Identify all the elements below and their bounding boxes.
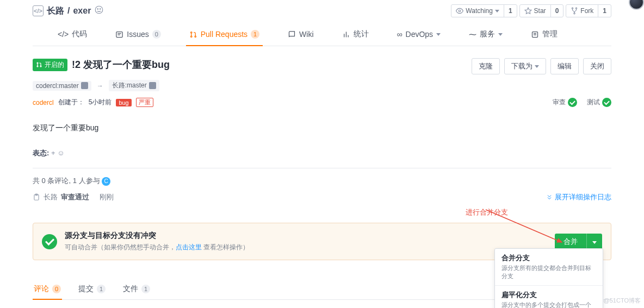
shield-icon: [149, 82, 156, 89]
download-button[interactable]: 下载为: [504, 58, 546, 74]
review-log-line: 长路 审查通过 刚刚 展开详细操作日志: [33, 192, 611, 202]
subtab-comments[interactable]: 评论0: [33, 280, 62, 299]
star-count: 0: [550, 5, 564, 17]
pr-description: 发现了一个重要bug: [33, 123, 611, 133]
pr-icon: [36, 61, 42, 68]
svg-marker-4: [525, 8, 531, 14]
repo-icon: </>: [33, 5, 44, 16]
created-label: 创建于：: [58, 98, 84, 107]
branch-compare: codercl:master → 长路:master: [33, 80, 611, 91]
svg-point-22: [40, 66, 41, 67]
eye-icon: [456, 7, 463, 15]
emoji-row: 表态: + ☺: [33, 148, 611, 158]
created-time: 5小时前: [89, 98, 112, 107]
stats-icon: [342, 30, 350, 39]
severity-label: 严重: [136, 98, 153, 107]
svg-point-6: [576, 8, 577, 9]
clone-button[interactable]: 克隆: [472, 58, 500, 74]
tab-wiki[interactable]: Wiki: [284, 25, 317, 46]
fork-button[interactable]: Fork 1: [566, 4, 611, 17]
merge-option-squash[interactable]: 扁平化分支 源分支中的多个提交会打包成一个提交合并到目标分支: [495, 286, 603, 308]
svg-point-21: [37, 66, 38, 67]
repo-owner[interactable]: 长路: [47, 5, 64, 17]
tab-devops[interactable]: ∞DevOps: [394, 25, 444, 46]
svg-point-5: [572, 8, 573, 9]
merge-button[interactable]: 合并: [555, 234, 586, 250]
pr-author[interactable]: codercl: [33, 99, 54, 106]
tab-issues[interactable]: Issues0: [112, 25, 164, 46]
tab-code[interactable]: </>代码: [54, 25, 90, 46]
check-circle-icon: [568, 98, 577, 107]
watermark: @51CTO博客: [604, 297, 641, 305]
edit-button[interactable]: 编辑: [550, 58, 579, 74]
infinity-icon: ∞: [397, 30, 403, 39]
subtab-files[interactable]: 文件1: [122, 280, 151, 299]
svg-point-7: [574, 13, 575, 14]
state-badge: 开启的: [33, 59, 67, 71]
watch-button[interactable]: Watching 1: [451, 4, 517, 17]
caret-down-icon: [495, 10, 499, 12]
repo-header: </> 长路 / exer Watching 1 Star 0 Fork 1: [33, 0, 611, 20]
pr-count: 1: [251, 30, 259, 39]
test-status[interactable]: 测试: [587, 98, 611, 107]
fork-count: 1: [598, 5, 611, 17]
caret-down-icon: [592, 241, 597, 244]
corner-decoration: [629, 0, 644, 10]
subtab-commits[interactable]: 提交1: [77, 280, 107, 299]
code-icon: </>: [58, 30, 69, 39]
annotation-text: 进行合并分支: [466, 208, 508, 217]
check-circle-icon: [42, 234, 57, 249]
close-button[interactable]: 关闭: [583, 58, 611, 74]
svg-point-11: [190, 32, 192, 33]
bug-label: bug: [116, 99, 131, 106]
pr-title: !2 发现了一个重要bug: [72, 58, 170, 71]
review-status[interactable]: 审查: [553, 98, 577, 107]
fork-icon: [571, 7, 578, 15]
merge-title: 源分支与目标分支没有冲突: [65, 231, 249, 241]
star-button[interactable]: Star 0: [519, 4, 564, 17]
repo-actions: Watching 1 Star 0 Fork 1: [451, 4, 611, 17]
repo-name[interactable]: exer: [73, 6, 91, 16]
pulse-icon: ⁓: [469, 30, 476, 39]
pr-meta: codercl 创建于： 5小时前 bug 严重 审查 测试: [33, 98, 611, 107]
svg-point-1: [97, 9, 98, 10]
pr-header: 开启的 !2 发现了一个重要bug 克隆 下载为 编辑 关闭: [33, 58, 611, 74]
book-icon: [288, 30, 296, 39]
issues-icon: [115, 30, 123, 39]
merge-button-group: 合并: [555, 234, 602, 250]
merge-dropdown: 合并分支 源分支所有的提交都会合并到目标分支 扁平化分支 源分支中的多个提交会打…: [494, 248, 603, 308]
watch-count: 1: [504, 5, 517, 17]
review-user[interactable]: 长路: [44, 192, 58, 202]
merge-option-merge[interactable]: 合并分支 源分支所有的提交都会合并到目标分支: [495, 249, 603, 286]
clipboard-icon: [33, 193, 40, 201]
manage-icon: [531, 30, 539, 39]
shield-icon: [81, 82, 88, 89]
tab-stats[interactable]: 统计: [339, 25, 372, 46]
svg-point-0: [96, 6, 103, 14]
svg-point-12: [190, 36, 192, 37]
svg-point-3: [459, 10, 461, 12]
nav-tabs: </>代码 Issues0 Pull Requests1 Wiki 统计 ∞De…: [33, 20, 611, 46]
svg-point-20: [37, 62, 38, 64]
add-emoji[interactable]: + ☺: [51, 149, 64, 157]
source-branch[interactable]: codercl:master: [33, 81, 91, 91]
manual-merge-link[interactable]: 点击这里: [176, 243, 202, 251]
merge-dropdown-toggle[interactable]: [586, 234, 602, 250]
svg-point-2: [100, 9, 101, 10]
check-circle-icon: [602, 98, 611, 107]
merge-subtitle: 可自动合并（如果你仍然想手动合并，点击这里 查看怎样操作）: [65, 243, 249, 252]
avatar[interactable]: C: [102, 177, 110, 186]
expand-log-link[interactable]: 展开详细操作日志: [546, 192, 611, 202]
tab-manage[interactable]: 管理: [528, 25, 561, 46]
mirror-icon: [94, 5, 104, 17]
chevrons-down-icon: [546, 194, 553, 200]
tab-pull-requests[interactable]: Pull Requests1: [186, 25, 263, 46]
target-branch[interactable]: 长路:master: [109, 80, 159, 91]
repo-path: </> 长路 / exer: [33, 5, 104, 17]
issues-count: 0: [152, 30, 161, 39]
pr-icon: [189, 30, 197, 39]
tab-service[interactable]: ⁓服务: [466, 25, 506, 46]
summary-row: 共 0 条评论, 1 人参与 C: [33, 168, 611, 186]
caret-down-icon: [535, 65, 539, 68]
annotation-layer: 进行合并分支: [33, 208, 611, 223]
